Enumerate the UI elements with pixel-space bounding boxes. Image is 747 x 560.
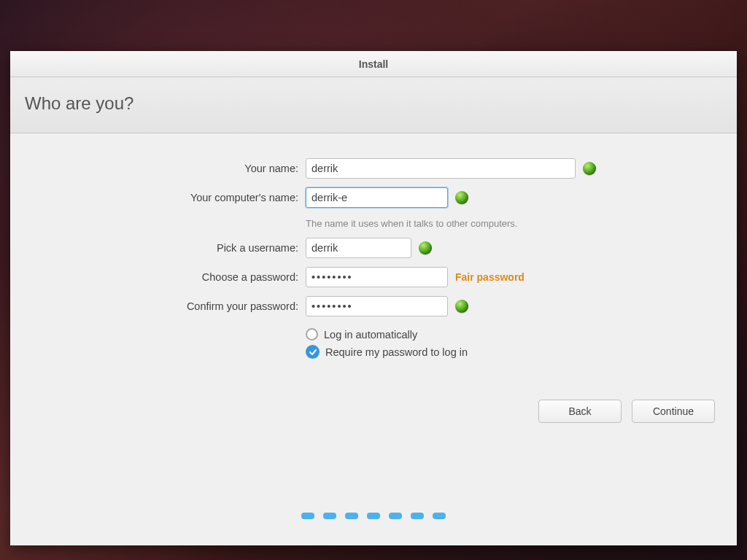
radio-require-password[interactable]: Require my password to log in [306,345,737,359]
window-title: Install [359,58,388,70]
label-password: Choose a password: [10,271,298,283]
radio-off-icon [306,328,318,341]
progress-dot [367,513,380,519]
check-ok-icon [419,241,432,254]
password-strength: Fair password [455,271,525,283]
password-input[interactable] [306,267,448,287]
titlebar: Install [10,51,737,77]
heading-region: Who are you? [10,77,737,133]
page-heading: Who are you? [25,93,722,114]
confirm-password-input[interactable] [306,296,448,316]
check-ok-icon [455,191,468,204]
content-area: Your name: Your computer's name: The nam… [10,133,737,545]
radio-auto-login-label: Log in automatically [324,329,417,341]
label-username: Pick a username: [10,242,298,254]
progress-dot [411,513,424,519]
computer-name-hint: The name it uses when it talks to other … [306,217,737,229]
row-username [306,238,737,258]
radio-require-password-label: Require my password to log in [325,346,468,358]
row-confirm-password [306,296,737,316]
installer-window: Install Who are you? Your name: Your com… [10,51,737,545]
progress-dot [345,513,358,519]
footer-buttons: Back Continue [538,400,715,423]
label-your-name: Your name: [10,163,298,174]
your-name-input[interactable] [306,158,576,179]
radio-auto-login[interactable]: Log in automatically [306,328,737,341]
progress-dot [389,513,402,519]
radio-on-icon [306,345,320,359]
check-ok-icon [455,300,468,313]
label-computer-name: Your computer's name: [10,192,298,203]
continue-button[interactable]: Continue [632,400,715,423]
slideshow-progress [301,513,446,519]
username-input[interactable] [306,238,411,258]
computer-name-input[interactable] [306,187,448,208]
row-password: Fair password [306,267,737,287]
login-options: Log in automatically Require my password… [306,325,737,359]
row-computer-name [306,187,737,208]
back-button[interactable]: Back [538,400,622,423]
check-ok-icon [583,162,596,175]
label-confirm-password: Confirm your password: [10,300,298,312]
progress-dot [301,513,314,519]
user-form: Your name: Your computer's name: The nam… [10,158,737,359]
progress-dot [323,513,336,519]
progress-dot [433,513,446,519]
row-your-name [306,158,737,179]
